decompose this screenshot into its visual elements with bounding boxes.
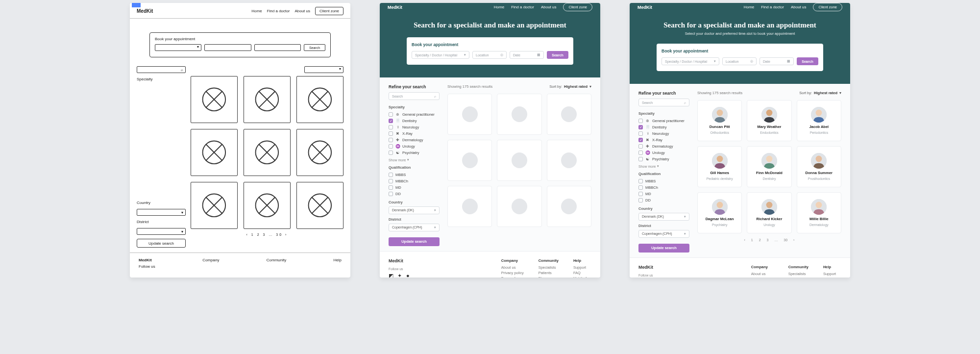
pager-page[interactable]: 3 — [765, 238, 770, 242]
checkbox[interactable] — [389, 192, 393, 196]
district-select[interactable]: Copenhagen (CPH)▾ — [389, 224, 440, 231]
doctor-card[interactable]: Finn McDonaldDentistry — [747, 146, 791, 187]
checkbox[interactable] — [389, 151, 393, 155]
checkbox[interactable] — [638, 179, 643, 183]
result-card[interactable] — [497, 94, 541, 135]
sort-control[interactable]: Sort by: Highest rated ▾ — [799, 91, 841, 95]
nav-find-doctor[interactable]: Find a doctor — [267, 9, 290, 13]
specialty-option[interactable]: ✚Dermatology — [638, 143, 689, 150]
checkbox[interactable] — [638, 144, 643, 149]
sort-control[interactable]: Sort by: Highest rated ▾ — [549, 84, 591, 89]
result-card[interactable] — [547, 94, 591, 135]
footer-link[interactable]: Patients — [539, 271, 559, 275]
specialty-option[interactable]: ♒Urology — [389, 143, 440, 150]
specialty-option[interactable]: ☯Psychiatry — [389, 150, 440, 156]
pager-next[interactable]: › — [792, 238, 796, 242]
qualification-option[interactable]: MBBCh — [638, 184, 689, 191]
qualification-option[interactable]: DD — [638, 197, 689, 203]
nav-home[interactable]: Home — [251, 9, 262, 13]
specialty-field[interactable] — [155, 44, 201, 51]
update-search-button[interactable]: Update search — [638, 244, 689, 253]
footer-link[interactable]: Blog — [539, 276, 559, 278]
footer-link[interactable]: Support — [573, 265, 591, 270]
doctor-card[interactable]: Dagmar McLeanPsychiatry — [697, 192, 742, 233]
footer-link[interactable]: Support — [823, 272, 841, 276]
checkbox[interactable] — [389, 138, 393, 142]
nav-find-doctor[interactable]: Find a doctor — [761, 5, 784, 9]
nav-find-doctor[interactable]: Find a doctor — [511, 5, 534, 9]
checkbox[interactable] — [389, 131, 393, 136]
qualification-option[interactable]: MD — [389, 184, 440, 191]
pagination[interactable]: ‹ 1 2 3 … 30 › — [191, 229, 343, 237]
pager-page[interactable]: 1 — [750, 238, 755, 242]
specialty-option[interactable]: ☯Psychiatry — [638, 156, 689, 162]
location-field[interactable] — [204, 44, 251, 51]
result-card[interactable] — [497, 140, 541, 181]
specialty-option[interactable]: ⚕Neurology — [638, 130, 689, 137]
search-button[interactable]: Search — [304, 44, 325, 51]
filters-search-input[interactable]: Search⌕ — [638, 99, 689, 106]
result-placeholder[interactable] — [296, 182, 343, 229]
district-select[interactable]: ▾ — [137, 228, 186, 235]
specialty-option[interactable]: ♒Urology — [638, 150, 689, 156]
district-select[interactable]: Copenhagen (CPH)▾ — [638, 230, 689, 238]
doctor-card[interactable]: Mary WeatherEndodontics — [747, 100, 791, 141]
country-select[interactable]: ▾ — [137, 209, 186, 216]
location-input[interactable]: Location◎ — [472, 51, 507, 59]
doctor-card[interactable]: Duncan PittOrthodontics — [697, 100, 742, 141]
client-zone-button[interactable]: Client zone — [813, 3, 842, 11]
checkbox[interactable] — [638, 198, 643, 202]
footer-link[interactable]: Privacy policy — [751, 277, 774, 278]
specialty-option[interactable]: 🦷Dentistry — [638, 124, 689, 130]
checkbox[interactable] — [389, 125, 393, 129]
country-select[interactable]: Denmark (DK)▾ — [638, 213, 689, 221]
footer-link[interactable]: Specialists — [788, 272, 808, 276]
doctor-card[interactable]: Jacob AbelPeriodontics — [797, 100, 841, 141]
specialty-option[interactable]: ✚Dermatology — [389, 137, 440, 143]
specialty-option[interactable]: ✖X-Ray — [389, 130, 440, 137]
checkbox[interactable] — [638, 138, 643, 142]
doctor-card[interactable]: Donna SummerProsthodontics — [797, 146, 841, 187]
pager-page[interactable]: 2 — [758, 238, 762, 242]
footer-link[interactable]: About us — [751, 272, 774, 276]
instagram-icon[interactable]: ◩ — [389, 273, 394, 278]
footer-link[interactable]: Terms of use — [501, 276, 524, 278]
doctor-card[interactable]: Gill HamesPediatric dentistry — [697, 146, 742, 187]
checkbox[interactable] — [638, 125, 643, 129]
doctor-card[interactable]: Richard KickerUrology — [747, 192, 791, 233]
checkbox[interactable] — [638, 119, 643, 123]
result-card[interactable] — [447, 140, 492, 181]
qualification-option[interactable]: DD — [389, 191, 440, 197]
sort-select[interactable] — [304, 66, 343, 73]
sidebar-search-input[interactable]: ⌕ — [137, 66, 186, 73]
search-button[interactable]: Search — [797, 57, 818, 65]
nav-about[interactable]: About us — [791, 5, 807, 9]
update-search-button[interactable]: Update search — [137, 239, 186, 248]
result-placeholder[interactable] — [244, 76, 291, 123]
specialty-option[interactable]: ⊕General practitioner — [638, 118, 689, 124]
result-card[interactable] — [497, 186, 541, 227]
checkbox[interactable] — [638, 192, 643, 196]
checkbox[interactable] — [389, 173, 393, 177]
dribbble-icon[interactable]: ● — [406, 273, 412, 278]
footer-link[interactable]: Patients — [788, 277, 808, 278]
date-input[interactable]: Date▦ — [760, 57, 794, 65]
checkbox[interactable] — [389, 185, 393, 190]
qualification-option[interactable]: MBBS — [389, 172, 440, 178]
pager-prev[interactable]: ‹ — [743, 238, 747, 242]
show-more-link[interactable]: Show more▾ — [638, 164, 659, 168]
specialty-input[interactable]: Specialty / Doctor / Hospital▾ — [662, 57, 719, 65]
nav-home[interactable]: Home — [494, 5, 504, 9]
result-placeholder[interactable] — [244, 182, 291, 229]
filters-search-input[interactable]: Search⌕ — [389, 92, 440, 100]
specialty-option[interactable]: 🦷Dentistry — [389, 118, 440, 124]
checkbox[interactable] — [389, 119, 393, 123]
checkbox[interactable] — [389, 179, 393, 183]
checkbox[interactable] — [638, 185, 643, 190]
checkbox[interactable] — [638, 151, 643, 155]
client-zone-button[interactable]: Client zone — [315, 7, 343, 15]
nav-home[interactable]: Home — [744, 5, 754, 9]
footer-link[interactable]: Specialists — [539, 265, 559, 270]
checkbox[interactable] — [389, 112, 393, 117]
location-input[interactable]: Location◎ — [722, 57, 757, 65]
